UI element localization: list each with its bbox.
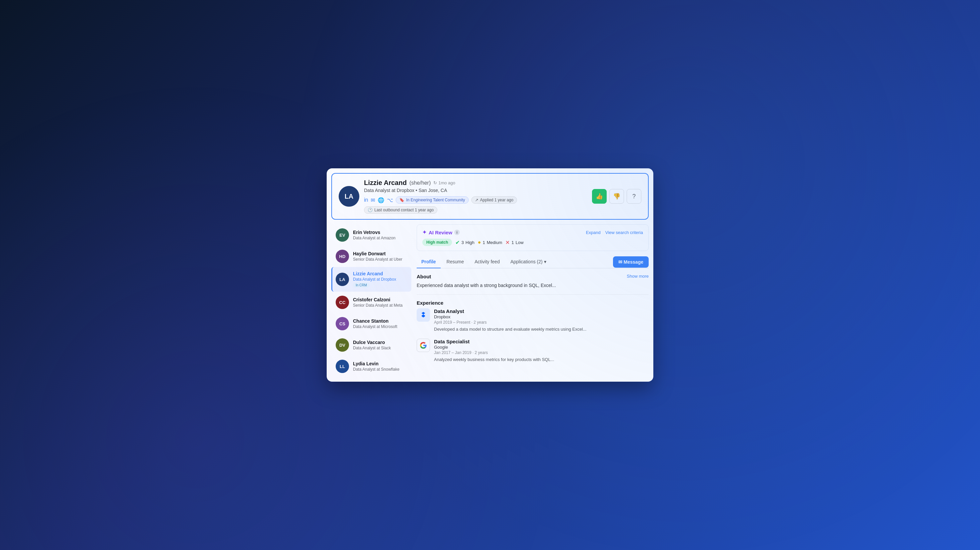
header-name-row: Lizzie Arcand (she/her) ↻ 1mo ago [364,179,592,187]
exp-date-dropbox: April 2019 – Present · 2 years [434,320,586,325]
sidebar-item-cristofer[interactable]: CC Cristofer Calzoni Senior Data Analyst… [331,292,411,313]
ai-review-section: ✦ AI Review i Expand View search criteri… [417,224,649,251]
sidebar-item-dulce[interactable]: DV Dulce Vaccaro Data Analyst at Slack [331,334,411,356]
right-panel: ✦ AI Review i Expand View search criteri… [411,224,649,377]
profile-tabs: Profile Resume Activity feed Application… [417,256,551,268]
ai-review-links: Expand View search criteria [586,230,643,235]
exp-title-dropbox: Data Analyst [434,308,586,314]
about-row: About Experienced data analyst with a st… [417,273,649,295]
expand-link[interactable]: Expand [586,230,601,235]
google-logo [417,339,430,352]
avatar: LA [339,186,360,207]
thumbs-up-button[interactable]: 👍 [592,189,607,203]
sidebar-item-info-chance: Chance Stanton Data Analyst at Microsoft [353,318,397,329]
candidate-title: Data Analyst at Dropbox • San Jose, CA [364,188,592,193]
sidebar-title-erin: Data Analyst at Amazon [353,236,395,240]
avatar-lizzie: LA [336,273,349,286]
about-label: About [417,273,556,279]
sidebar-title-chance: Data Analyst at Microsoft [353,324,397,329]
sidebar-name-dulce: Dulce Vaccaro [353,340,391,345]
candidate-pronouns: (she/her) [409,180,431,186]
body: EV Erin Vetrovs Data Analyst at Amazon H… [331,224,649,377]
sync-time: ↻ 1mo ago [433,180,455,185]
exp-item-dropbox: Data Analyst Dropbox April 2019 – Presen… [417,308,649,333]
candidate-name: Lizzie Arcand [364,179,407,187]
red-x-icon: ✕ [505,239,510,246]
applied-tag: ↗ Applied 1 year ago [471,196,517,203]
yellow-circle-icon: ● [478,239,481,245]
header-left: LA Lizzie Arcand (she/her) ↻ 1mo ago Dat… [339,179,592,214]
sidebar-title-lizzie: Data Analyst at Dropbox [353,277,396,282]
sidebar-item-chance[interactable]: CS Chance Stanton Data Analyst at Micros… [331,313,411,334]
tabs-section: Profile Resume Activity feed Application… [417,256,649,268]
tab-applications-label: Applications (2) ▾ [510,259,546,264]
sidebar-name-lizzie: Lizzie Arcand [353,271,396,277]
header-info: Lizzie Arcand (she/her) ↻ 1mo ago Data A… [364,179,592,214]
web-icon[interactable]: 🌐 [378,197,384,203]
sidebar-title-haylie: Senior Data Analyst at Uber [353,257,402,262]
sidebar-item-info-haylie: Haylie Dorwart Senior Data Analyst at Ub… [353,251,402,262]
ai-review-header: ✦ AI Review i Expand View search criteri… [422,229,643,235]
avatar-erin: EV [336,228,349,242]
sidebar-name-cristofer: Cristofer Calzoni [353,297,402,302]
show-more-link[interactable]: Show more [627,273,649,279]
exp-desc-google: Analyzed weekly business metrics for key… [434,356,554,363]
green-check-icon: ✔ [455,239,460,246]
experience-label: Experience [417,300,649,306]
sidebar-item-lydia[interactable]: LL Lydia Levin Data Analyst at Snowflake [331,356,411,377]
info-icon[interactable]: i [454,230,460,235]
avatar-cristofer: CC [336,296,349,309]
exp-company-google: Google [434,345,554,350]
about-text: Experienced data analyst with a strong b… [417,282,556,289]
view-criteria-link[interactable]: View search criteria [605,230,643,235]
tab-resume[interactable]: Resume [442,256,469,268]
exp-company-dropbox: Dropbox [434,314,586,320]
tab-applications[interactable]: Applications (2) ▾ [506,256,551,268]
github-icon[interactable]: ⌥ [387,197,393,203]
exp-date-google: Jan 2017 – Jan 2019 · 2 years [434,350,554,355]
sidebar-item-haylie[interactable]: HD Haylie Dorwart Senior Data Analyst at… [331,246,411,267]
avatar-haylie: HD [336,250,349,263]
sidebar-title-lydia: Data Analyst at Snowflake [353,367,399,372]
sidebar-name-lydia: Lydia Levin [353,361,399,366]
avatar-chance: CS [336,317,349,330]
ai-badges: High match ✔ 3 High ● 1 Medium ✕ 1 Lo [422,238,643,246]
header-tags: in ✉ 🌐 ⌥ 🔖 In Engineering Talent Communi… [364,196,592,214]
medium-count-badge: ● 1 Medium [478,239,502,245]
sidebar-item-info-dulce: Dulce Vaccaro Data Analyst at Slack [353,340,391,350]
high-count-badge: ✔ 3 High [455,239,474,246]
sidebar-item-info-cristofer: Cristofer Calzoni Senior Data Analyst at… [353,297,402,308]
message-button[interactable]: ✉ Message [613,256,649,268]
about-section: About Experienced data analyst with a st… [417,273,556,289]
tab-profile[interactable]: Profile [417,256,441,268]
sidebar-title-dulce: Data Analyst at Slack [353,346,391,350]
exp-desc-dropbox: Developed a data model to structure and … [434,326,586,333]
sidebar-name-haylie: Haylie Dorwart [353,251,402,256]
exp-info-google: Data Specialist Google Jan 2017 – Jan 20… [434,339,554,363]
linkedin-icon[interactable]: in [364,197,368,203]
thumbs-down-button[interactable]: 👎 [609,189,624,203]
profile-content: About Experienced data analyst with a st… [417,273,649,362]
tab-activity[interactable]: Activity feed [470,256,504,268]
email-icon[interactable]: ✉ [371,197,375,203]
sidebar-name-chance: Chance Stanton [353,318,397,324]
community-tag: 🔖 In Engineering Talent Community [396,196,469,203]
exp-info-dropbox: Data Analyst Dropbox April 2019 – Presen… [434,308,586,333]
sidebar-item-info-lizzie: Lizzie Arcand Data Analyst at Dropbox In… [353,271,396,288]
main-card: LA Lizzie Arcand (she/her) ↻ 1mo ago Dat… [327,168,653,382]
exp-title-google: Data Specialist [434,339,554,344]
sidebar-item-info-erin: Erin Vetrovs Data Analyst at Amazon [353,230,395,240]
experience-section: Experience Data Analyst Dropbox April 20… [417,300,649,362]
sidebar-item-erin[interactable]: EV Erin Vetrovs Data Analyst at Amazon [331,224,411,246]
header-actions: 👍 👎 ? [592,189,641,203]
in-crm-badge: In CRM [353,283,370,288]
candidate-header: LA Lizzie Arcand (she/her) ↻ 1mo ago Dat… [331,173,649,220]
sidebar-item-info-lydia: Lydia Levin Data Analyst at Snowflake [353,361,399,372]
applied-icon: ↗ [475,198,478,202]
sidebar-title-cristofer: Senior Data Analyst at Meta [353,303,402,308]
sidebar-item-lizzie[interactable]: LA Lizzie Arcand Data Analyst at Dropbox… [331,267,411,292]
question-button[interactable]: ? [627,189,641,203]
dropbox-logo [417,308,430,322]
sync-icon: ↻ [433,180,437,185]
candidates-sidebar: EV Erin Vetrovs Data Analyst at Amazon H… [331,224,411,377]
